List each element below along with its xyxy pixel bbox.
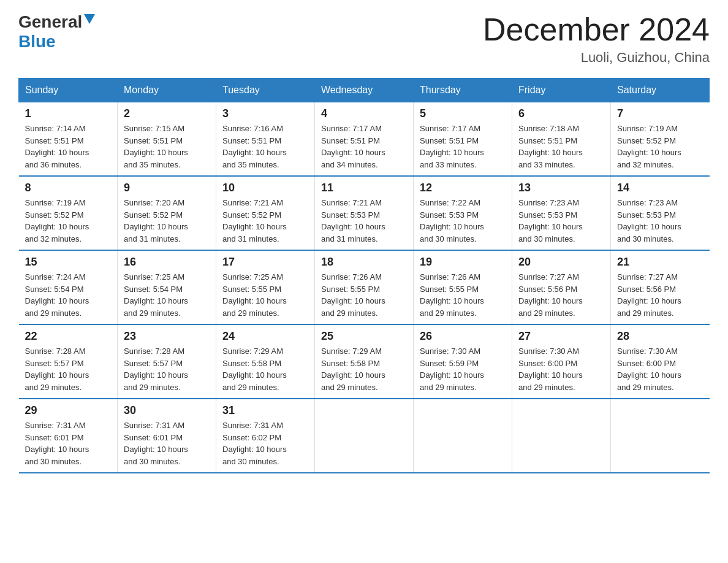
calendar-day-cell: 6 Sunrise: 7:18 AM Sunset: 5:51 PM Dayli…	[512, 102, 611, 177]
daylight-minutes: and 29 minutes.	[222, 308, 279, 318]
sunrise-label: Sunrise: 7:28 AM	[124, 347, 184, 356]
sunset-label: Sunset: 5:51 PM	[222, 136, 281, 145]
daylight-minutes: and 31 minutes.	[321, 234, 378, 243]
daylight-label: Daylight: 10 hours	[420, 370, 484, 380]
daylight-label: Daylight: 10 hours	[321, 148, 385, 157]
sunset-label: Sunset: 5:58 PM	[222, 359, 281, 368]
daylight-minutes: and 29 minutes.	[222, 383, 279, 392]
daylight-minutes: and 31 minutes.	[222, 234, 279, 243]
day-info: Sunrise: 7:28 AM Sunset: 5:57 PM Dayligh…	[25, 345, 112, 393]
month-title: December 2024	[483, 12, 710, 47]
daylight-label: Daylight: 10 hours	[222, 445, 287, 454]
daylight-minutes: and 29 minutes.	[420, 383, 477, 392]
daylight-minutes: and 29 minutes.	[124, 308, 181, 318]
daylight-label: Daylight: 10 hours	[518, 296, 583, 305]
sunset-label: Sunset: 5:58 PM	[321, 359, 380, 368]
calendar-day-cell: 5 Sunrise: 7:17 AM Sunset: 5:51 PM Dayli…	[414, 102, 512, 177]
calendar-day-cell: 2 Sunrise: 7:15 AM Sunset: 5:51 PM Dayli…	[118, 102, 216, 177]
sunset-label: Sunset: 6:01 PM	[25, 433, 84, 442]
sunset-label: Sunset: 6:00 PM	[617, 359, 676, 368]
day-info: Sunrise: 7:28 AM Sunset: 5:57 PM Dayligh…	[124, 345, 210, 393]
calendar-day-cell: 20 Sunrise: 7:27 AM Sunset: 5:56 PM Dayl…	[512, 250, 611, 324]
daylight-minutes: and 35 minutes.	[222, 160, 279, 169]
calendar-week-row: 1 Sunrise: 7:14 AM Sunset: 5:51 PM Dayli…	[19, 102, 710, 177]
sunrise-label: Sunrise: 7:16 AM	[222, 124, 283, 133]
calendar-day-cell	[512, 399, 611, 473]
daylight-minutes: and 29 minutes.	[321, 308, 378, 318]
daylight-minutes: and 33 minutes.	[420, 160, 477, 169]
day-number: 1	[25, 107, 112, 120]
day-info: Sunrise: 7:15 AM Sunset: 5:51 PM Dayligh…	[124, 123, 210, 170]
calendar-day-cell: 26 Sunrise: 7:30 AM Sunset: 5:59 PM Dayl…	[414, 324, 512, 399]
day-number: 29	[25, 404, 112, 417]
header-saturday: Saturday	[611, 79, 710, 102]
daylight-label: Daylight: 10 hours	[25, 445, 89, 454]
daylight-minutes: and 29 minutes.	[321, 383, 378, 392]
calendar-week-row: 8 Sunrise: 7:19 AM Sunset: 5:52 PM Dayli…	[19, 176, 710, 250]
daylight-minutes: and 29 minutes.	[124, 383, 181, 392]
day-info: Sunrise: 7:27 AM Sunset: 5:56 PM Dayligh…	[518, 271, 604, 319]
calendar-week-row: 22 Sunrise: 7:28 AM Sunset: 5:57 PM Dayl…	[19, 324, 710, 399]
daylight-minutes: and 36 minutes.	[25, 160, 82, 169]
calendar-week-row: 15 Sunrise: 7:24 AM Sunset: 5:54 PM Dayl…	[19, 250, 710, 324]
daylight-label: Daylight: 10 hours	[124, 222, 188, 231]
sunset-label: Sunset: 5:53 PM	[617, 210, 676, 220]
sunset-label: Sunset: 5:52 PM	[617, 136, 676, 145]
sunset-label: Sunset: 5:59 PM	[420, 359, 479, 368]
sunset-label: Sunset: 5:51 PM	[124, 136, 183, 145]
sunset-label: Sunset: 6:00 PM	[518, 359, 577, 368]
sunrise-label: Sunrise: 7:19 AM	[25, 198, 86, 207]
calendar-day-cell: 19 Sunrise: 7:26 AM Sunset: 5:55 PM Dayl…	[414, 250, 512, 324]
sunrise-label: Sunrise: 7:15 AM	[124, 124, 184, 133]
calendar-day-cell: 24 Sunrise: 7:29 AM Sunset: 5:58 PM Dayl…	[216, 324, 315, 399]
day-number: 23	[124, 330, 210, 343]
calendar-day-cell: 25 Sunrise: 7:29 AM Sunset: 5:58 PM Dayl…	[315, 324, 414, 399]
calendar-day-cell: 17 Sunrise: 7:25 AM Sunset: 5:55 PM Dayl…	[216, 250, 315, 324]
calendar-day-cell: 8 Sunrise: 7:19 AM Sunset: 5:52 PM Dayli…	[19, 176, 118, 250]
title-section: December 2024 Luoli, Guizhou, China	[483, 12, 710, 66]
calendar-day-cell: 7 Sunrise: 7:19 AM Sunset: 5:52 PM Dayli…	[611, 102, 710, 177]
day-number: 3	[222, 107, 308, 120]
daylight-minutes: and 29 minutes.	[25, 383, 82, 392]
daylight-label: Daylight: 10 hours	[321, 296, 385, 305]
sunrise-label: Sunrise: 7:29 AM	[321, 347, 382, 356]
daylight-label: Daylight: 10 hours	[222, 222, 287, 231]
day-number: 16	[124, 256, 210, 269]
day-number: 11	[321, 182, 407, 194]
day-info: Sunrise: 7:30 AM Sunset: 6:00 PM Dayligh…	[518, 345, 604, 393]
day-info: Sunrise: 7:31 AM Sunset: 6:02 PM Dayligh…	[222, 419, 308, 467]
location-text: Luoli, Guizhou, China	[483, 50, 710, 66]
daylight-minutes: and 35 minutes.	[124, 160, 181, 169]
daylight-label: Daylight: 10 hours	[25, 296, 89, 305]
sunrise-label: Sunrise: 7:24 AM	[25, 272, 86, 282]
sunrise-label: Sunrise: 7:27 AM	[518, 272, 579, 282]
sunset-label: Sunset: 5:53 PM	[518, 210, 577, 220]
calendar-day-cell: 22 Sunrise: 7:28 AM Sunset: 5:57 PM Dayl…	[19, 324, 118, 399]
calendar-day-cell: 28 Sunrise: 7:30 AM Sunset: 6:00 PM Dayl…	[611, 324, 710, 399]
day-number: 4	[321, 107, 407, 120]
header-row: Sunday Monday Tuesday Wednesday Thursday…	[19, 79, 710, 102]
calendar-day-cell: 1 Sunrise: 7:14 AM Sunset: 5:51 PM Dayli…	[19, 102, 118, 177]
day-info: Sunrise: 7:27 AM Sunset: 5:56 PM Dayligh…	[617, 271, 703, 319]
header-tuesday: Tuesday	[216, 79, 315, 102]
day-number: 20	[518, 256, 604, 269]
daylight-minutes: and 30 minutes.	[518, 234, 575, 243]
day-info: Sunrise: 7:29 AM Sunset: 5:58 PM Dayligh…	[321, 345, 407, 393]
day-info: Sunrise: 7:26 AM Sunset: 5:55 PM Dayligh…	[321, 271, 407, 319]
sunrise-label: Sunrise: 7:27 AM	[617, 272, 678, 282]
sunrise-label: Sunrise: 7:29 AM	[222, 347, 283, 356]
sunrise-label: Sunrise: 7:31 AM	[124, 421, 184, 430]
sunset-label: Sunset: 5:52 PM	[25, 210, 84, 220]
header-wednesday: Wednesday	[315, 79, 414, 102]
day-number: 15	[25, 256, 112, 269]
svg-marker-0	[84, 14, 95, 24]
day-info: Sunrise: 7:16 AM Sunset: 5:51 PM Dayligh…	[222, 123, 308, 170]
daylight-label: Daylight: 10 hours	[124, 296, 188, 305]
sunset-label: Sunset: 5:54 PM	[124, 285, 183, 294]
day-number: 10	[222, 182, 308, 194]
page-header: General Blue December 2024 Luoli, Guizho…	[18, 12, 710, 66]
calendar-day-cell: 21 Sunrise: 7:27 AM Sunset: 5:56 PM Dayl…	[611, 250, 710, 324]
sunrise-label: Sunrise: 7:31 AM	[25, 421, 86, 430]
daylight-minutes: and 34 minutes.	[321, 160, 378, 169]
daylight-label: Daylight: 10 hours	[124, 445, 188, 454]
